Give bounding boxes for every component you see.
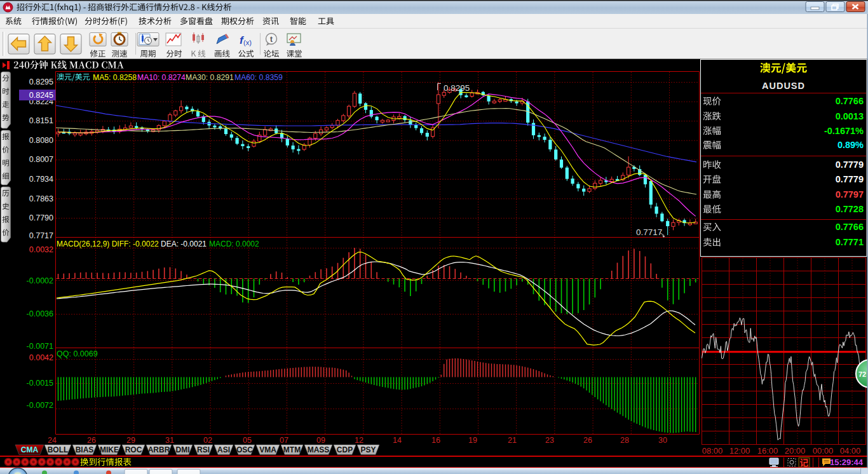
svg-text:0.8080: 0.8080: [29, 136, 53, 145]
svg-text:QQ: 0.0069: QQ: 0.0069: [57, 349, 98, 358]
svg-text:0.8007: 0.8007: [29, 155, 53, 164]
svg-text:21: 21: [508, 436, 517, 445]
svg-text:16:00: 16:00: [757, 446, 778, 456]
svg-text:0.7779: 0.7779: [836, 174, 864, 184]
svg-text:15:29:44: 15:29:44: [830, 457, 864, 467]
svg-text:0.7863: 0.7863: [29, 194, 53, 203]
svg-text:OSC: OSC: [236, 445, 253, 454]
svg-text:0.0032: 0.0032: [29, 245, 53, 254]
svg-text:MA30: 0.8291: MA30: 0.8291: [186, 73, 234, 82]
svg-text:-0.0071: -0.0071: [27, 342, 53, 351]
svg-text:ASI: ASI: [217, 445, 230, 454]
svg-text:-0.0036: -0.0036: [27, 309, 53, 318]
svg-text:AUDUSD: AUDUSD: [762, 81, 805, 91]
svg-text:0.7717: 0.7717: [29, 231, 53, 240]
svg-text:PSY: PSY: [360, 445, 376, 454]
svg-text:DMI: DMI: [176, 445, 190, 454]
svg-text:DEA: -0.0021: DEA: -0.0021: [161, 240, 207, 248]
svg-text:0.7934: 0.7934: [29, 175, 53, 184]
svg-text:30: 30: [658, 436, 667, 445]
svg-text:26: 26: [583, 436, 592, 445]
svg-text:MASS: MASS: [308, 445, 330, 454]
svg-text:12:00: 12:00: [729, 446, 750, 456]
svg-text:14: 14: [393, 436, 402, 445]
svg-text:CDP: CDP: [337, 445, 353, 454]
svg-text:-0.0072: -0.0072: [27, 401, 53, 410]
svg-text:MA5: 0.8258: MA5: 0.8258: [93, 73, 137, 82]
svg-text:00:00: 00:00: [813, 446, 834, 456]
svg-text:12: 12: [355, 436, 363, 445]
svg-text:04:00: 04:00: [840, 446, 861, 456]
svg-text:0.7771: 0.7771: [836, 237, 864, 247]
svg-text:08:00: 08:00: [702, 446, 723, 456]
svg-text:0.7766: 0.7766: [836, 96, 864, 106]
svg-text:ROC: ROC: [125, 445, 142, 454]
svg-text:0.7797: 0.7797: [836, 189, 864, 200]
svg-text:16: 16: [431, 436, 440, 445]
svg-text:29: 29: [126, 436, 135, 445]
svg-text:0.7766: 0.7766: [836, 222, 864, 232]
svg-text:0.7717: 0.7717: [636, 227, 662, 237]
svg-text:05: 05: [243, 436, 252, 445]
svg-text:BIAS: BIAS: [76, 445, 94, 454]
svg-text:MTM: MTM: [283, 445, 301, 454]
svg-text:RSI: RSI: [197, 445, 210, 454]
svg-text:ARBR: ARBR: [148, 445, 170, 454]
svg-text:07: 07: [280, 436, 288, 445]
svg-text:0.7779: 0.7779: [836, 159, 864, 170]
svg-text:19: 19: [468, 436, 477, 445]
svg-text:MIKE: MIKE: [100, 445, 119, 454]
svg-text:0.8295: 0.8295: [444, 83, 470, 93]
svg-text:MACD(26,12,9) DIFF: -0.0022: MACD(26,12,9) DIFF: -0.0022: [57, 240, 159, 248]
svg-text:26: 26: [87, 436, 96, 445]
svg-text:24: 24: [48, 436, 57, 445]
svg-text:BOLL: BOLL: [48, 445, 69, 454]
svg-text:23: 23: [545, 436, 554, 445]
svg-text:20:00: 20:00: [785, 446, 806, 456]
svg-text:-0.0015: -0.0015: [27, 379, 53, 388]
svg-text:28: 28: [620, 436, 629, 445]
svg-text:0.89%: 0.89%: [837, 140, 864, 150]
svg-text:0.7790: 0.7790: [29, 213, 53, 222]
svg-text:t: t: [270, 35, 273, 44]
svg-text:MA60: 0.8359: MA60: 0.8359: [234, 73, 283, 82]
svg-text:MA10: 0.8274: MA10: 0.8274: [137, 73, 186, 82]
svg-text:CMA: CMA: [21, 445, 39, 454]
svg-text:31: 31: [165, 436, 174, 445]
svg-text:VMA: VMA: [259, 445, 276, 454]
svg-text:MACD: 0.0002: MACD: 0.0002: [209, 240, 259, 248]
svg-text:-0.0002: -0.0002: [27, 276, 53, 285]
svg-text:(x): (x): [243, 39, 252, 46]
svg-text:0.8295: 0.8295: [29, 78, 53, 86]
svg-text:-0.1671%: -0.1671%: [824, 126, 864, 136]
svg-text:0.7728: 0.7728: [836, 204, 864, 214]
svg-text:09: 09: [316, 436, 325, 445]
svg-text:72: 72: [858, 370, 866, 378]
svg-text:0.8245: 0.8245: [29, 91, 53, 100]
svg-text:0.0042: 0.0042: [29, 353, 53, 362]
svg-text:0.0013: 0.0013: [836, 111, 864, 121]
svg-text:02: 02: [203, 436, 212, 445]
svg-text:0.8151: 0.8151: [29, 116, 53, 125]
